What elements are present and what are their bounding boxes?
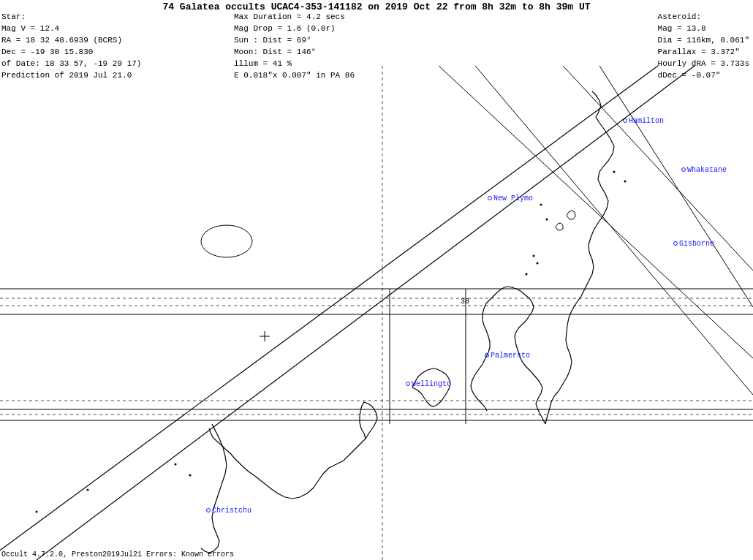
star-dec: Dec = -19 30 15.830 (1, 47, 141, 58)
svg-point-41 (406, 382, 410, 386)
asteroid-label: Asteroid: (658, 12, 749, 23)
svg-text:38: 38 (461, 298, 469, 306)
asteroid-mag: Mag = 13.8 (658, 23, 749, 35)
star-of-date: of Date: 18 33 57, -19 29 17) (1, 58, 141, 70)
max-duration: Max Duration = 4.2 secs (234, 12, 355, 23)
svg-text:Gisborne: Gisborne (679, 240, 714, 248)
svg-text:Hamilton: Hamilton (629, 117, 664, 125)
sun-dist: Sun : Dist = 69° (234, 35, 355, 47)
svg-point-35 (488, 197, 492, 200)
map-canvas: Hamilton Whakatane New Plymo Gisborne Pa… (0, 0, 753, 560)
star-mag: Mag V = 12.4 (1, 23, 141, 35)
svg-point-20 (540, 204, 542, 206)
asteroid-parallax: Parallax = 3.372" (658, 47, 749, 58)
svg-point-29 (175, 463, 177, 466)
svg-point-19 (201, 225, 252, 257)
svg-point-31 (624, 119, 627, 123)
svg-point-25 (613, 171, 616, 173)
illum: illum = 41 % (234, 58, 355, 70)
svg-point-22 (533, 255, 535, 257)
svg-point-30 (189, 474, 192, 477)
svg-line-16 (599, 66, 753, 307)
svg-point-27 (87, 489, 89, 491)
title-text: 74 Galatea occults UCAC4-353-141182 on 2… (162, 1, 590, 12)
svg-point-23 (537, 262, 539, 265)
footer-label: Occult 4.7.2.0, Preston2019Jul21 Errors:… (1, 550, 234, 559)
footer-text: Occult 4.7.2.0, Preston2019Jul21 Errors:… (1, 550, 234, 559)
svg-text:Christchu: Christchu (212, 507, 251, 515)
mag-drop: Mag Drop = 1.6 (0.0r) (234, 23, 355, 35)
star-ra: RA = 18 32 48.6939 (BCRS) (1, 35, 141, 47)
asteroid-hourly-dra: Hourly dRA = 3.733s (658, 58, 749, 70)
star-label: Star: (1, 12, 141, 23)
svg-text:Wellingto: Wellingto (412, 380, 451, 388)
error-ellipse: E 0.018"x 0.007" in PA 86 (234, 70, 355, 82)
title-bar: 74 Galatea occults UCAC4-353-141182 on 2… (0, 1, 753, 12)
svg-line-14 (475, 66, 753, 395)
svg-line-12 (37, 66, 695, 560)
center-info-panel: Max Duration = 4.2 secs Mag Drop = 1.6 (… (234, 12, 355, 82)
star-info-panel: Star: Mag V = 12.4 RA = 18 32 48.6939 (B… (1, 12, 141, 82)
svg-text:Palmersto: Palmersto (491, 352, 530, 360)
asteroid-dia: Dia = 116km, 0.061" (658, 35, 749, 47)
asteroid-info-panel: Asteroid: Mag = 13.8 Dia = 116km, 0.061"… (658, 12, 749, 82)
svg-text:New Plymo: New Plymo (493, 194, 533, 203)
svg-point-33 (682, 168, 686, 172)
svg-point-37 (674, 242, 678, 246)
moon-dist: Moon: Dist = 146° (234, 47, 355, 58)
svg-text:Whakatane: Whakatane (687, 166, 727, 174)
svg-point-24 (526, 273, 528, 276)
svg-point-26 (624, 181, 627, 183)
star-prediction: Prediction of 2019 Jul 21.0 (1, 70, 141, 82)
svg-point-28 (36, 511, 38, 513)
svg-point-21 (546, 219, 548, 221)
asteroid-ddec: dDec = -0.07" (658, 70, 749, 82)
svg-point-43 (207, 509, 211, 512)
svg-line-11 (0, 66, 658, 556)
